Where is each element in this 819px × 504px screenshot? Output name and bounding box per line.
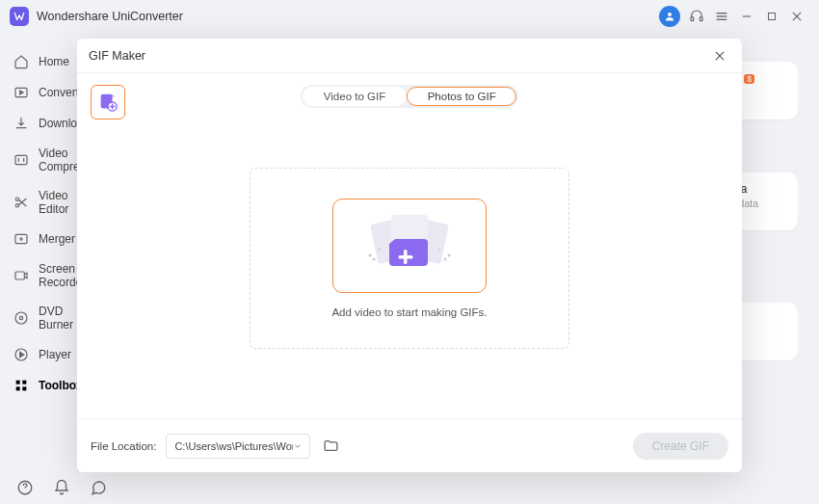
sidebar-item-label: Merger [39, 232, 75, 246]
svg-point-33 [372, 257, 375, 260]
file-location-label: File Location: [91, 440, 156, 452]
create-gif-button[interactable]: Create GIF [633, 433, 728, 460]
home-icon [13, 54, 29, 69]
svg-point-34 [379, 249, 381, 251]
svg-rect-19 [16, 381, 20, 385]
help-icon[interactable] [15, 478, 35, 497]
svg-rect-11 [15, 155, 27, 164]
svg-rect-32 [399, 255, 413, 259]
app-title: Wondershare UniConverter [37, 10, 183, 23]
disc-icon [13, 310, 29, 326]
tab-video-to-gif[interactable]: Video to GIF [303, 87, 407, 106]
sidebar-item-label: Player [39, 348, 71, 361]
hamburger-icon[interactable] [709, 4, 734, 29]
svg-point-36 [438, 249, 440, 251]
svg-point-35 [443, 257, 446, 260]
minimize-button[interactable] [734, 4, 759, 29]
dollar-badge: $ [744, 74, 754, 84]
gif-maker-modal: GIF Maker Video to GIF Photos to GIF [77, 39, 742, 472]
dropzone[interactable]: Add video to start making GIFs. [250, 168, 569, 349]
sidebar-item-label: Toolbox [39, 379, 83, 392]
converter-icon [13, 85, 29, 100]
titlebar: Wondershare UniConverter [0, 0, 819, 33]
play-icon [13, 347, 29, 362]
maximize-button[interactable] [759, 4, 784, 29]
app-logo [10, 7, 29, 26]
svg-rect-15 [15, 272, 24, 279]
bottombar [0, 471, 819, 504]
close-button[interactable] [784, 4, 809, 29]
svg-point-16 [15, 312, 27, 324]
svg-rect-21 [16, 386, 20, 390]
modal-title: GIF Maker [89, 49, 145, 63]
svg-rect-22 [22, 386, 26, 390]
compressor-icon [13, 152, 29, 168]
add-media-button[interactable] [332, 199, 487, 293]
modal-header: GIF Maker [77, 39, 742, 73]
svg-rect-7 [769, 13, 776, 20]
close-icon[interactable] [709, 45, 730, 66]
tab-switch: Video to GIF Photos to GIF [301, 85, 518, 108]
bell-icon[interactable] [52, 478, 71, 497]
download-icon [13, 116, 29, 131]
sidebar-item-label: Home [39, 55, 69, 68]
merger-icon [13, 231, 29, 247]
svg-point-17 [19, 316, 22, 319]
open-folder-button[interactable] [320, 436, 341, 457]
add-file-tile[interactable] [91, 85, 125, 119]
file-location-select[interactable]: C:\Users\ws\Pictures\Wonders [166, 434, 310, 459]
svg-rect-1 [691, 17, 694, 21]
chat-icon[interactable] [89, 478, 108, 497]
grid-icon [13, 378, 29, 393]
svg-point-0 [668, 13, 672, 16]
user-avatar[interactable] [659, 6, 680, 27]
dropzone-hint: Add video to start making GIFs. [331, 306, 487, 318]
scissors-icon [13, 195, 29, 210]
headset-icon[interactable] [684, 4, 709, 29]
recorder-icon [13, 268, 29, 283]
chevron-down-icon [293, 440, 303, 452]
tab-photos-to-gif[interactable]: Photos to GIF [407, 87, 516, 106]
svg-rect-20 [22, 381, 26, 385]
file-location-value: C:\Users\ws\Pictures\Wonders [174, 440, 292, 452]
modal-footer: File Location: C:\Users\ws\Pictures\Wond… [77, 418, 742, 472]
svg-rect-2 [700, 17, 702, 21]
